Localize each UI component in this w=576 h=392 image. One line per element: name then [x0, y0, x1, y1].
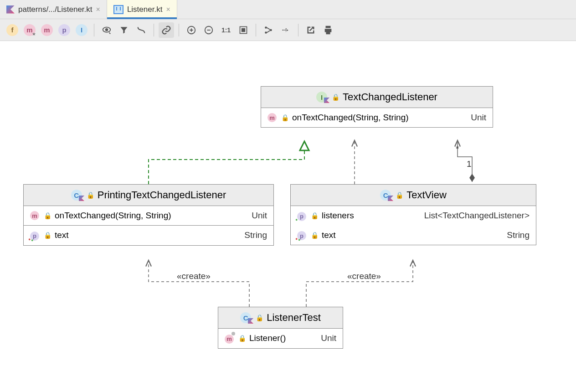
class-name: PrintingTextChangedListener: [98, 189, 226, 201]
property-icon: p: [297, 212, 306, 221]
method-icon: m: [225, 335, 234, 344]
stereotype-label: «create»: [177, 271, 211, 281]
member-row[interactable]: m 🔒 Listener() Unit: [218, 329, 343, 348]
lock-icon: 🔒: [44, 232, 50, 239]
member-row[interactable]: p● 🔒 listeners List<TextChangedListener>: [291, 206, 536, 226]
filter-fields-button[interactable]: f: [5, 22, 20, 38]
uml-class-listenertest[interactable]: C 🔒 ListenerTest m 🔒 Listener() Unit: [218, 307, 343, 349]
filter-inner-classes-button[interactable]: I: [74, 22, 89, 38]
uml-diagram-icon: [113, 5, 123, 14]
uml-class-textview[interactable]: C 🔒 TextView p● 🔒 listeners List<TextCha…: [290, 184, 536, 245]
lock-icon: 🔒: [87, 191, 93, 199]
member-row[interactable]: m 🔒 onTextChanged(String, String) Unit: [24, 206, 273, 225]
filter-constructors-button[interactable]: m★: [22, 22, 37, 38]
filter-button[interactable]: [116, 22, 132, 38]
member-row[interactable]: m 🔒 onTextChanged(String, String) Unit: [261, 108, 493, 127]
link-button[interactable]: [159, 22, 174, 38]
lock-icon: 🔒: [238, 335, 245, 342]
class-name: ListenerTest: [267, 312, 321, 324]
zoom-actual-button[interactable]: 1:1: [218, 22, 234, 38]
visibility-button[interactable]: [99, 22, 114, 38]
tab-label: patterns/.../Listener.kt: [18, 5, 93, 14]
method-icon: m: [267, 113, 277, 122]
multiplicity-label: 1: [467, 159, 472, 169]
stereotype-label: «create»: [347, 271, 381, 281]
uml-interface-textchangedlistener[interactable]: I 🔒 TextChangedListener m 🔒 onTextChange…: [261, 86, 493, 128]
close-icon[interactable]: ×: [166, 5, 170, 14]
class-header: C 🔒 TextView: [291, 185, 536, 206]
close-icon[interactable]: ×: [96, 5, 100, 14]
lock-icon: 🔒: [332, 93, 338, 101]
tab-diagram[interactable]: Listener.kt ×: [107, 0, 177, 19]
lock-icon: 🔒: [396, 191, 402, 199]
class-name: TextView: [406, 189, 447, 201]
lock-icon: 🔒: [256, 314, 262, 321]
print-button[interactable]: [320, 22, 336, 38]
lock-icon: 🔒: [281, 114, 288, 121]
tab-source-file[interactable]: patterns/.../Listener.kt ×: [0, 0, 107, 19]
layout-button[interactable]: [261, 22, 276, 38]
svg-point-7: [265, 31, 267, 34]
multiplicity-label: *: [456, 144, 459, 154]
edge-mode-button[interactable]: [134, 22, 149, 38]
class-name: TextChangedListener: [343, 91, 437, 103]
member-name: onTextChanged(String, String): [292, 113, 409, 123]
diagram-canvas[interactable]: * 1 «create» «create» I 🔒 TextChangedLis…: [0, 41, 576, 392]
member-name: listeners: [322, 211, 354, 221]
lock-icon: 🔒: [44, 212, 50, 219]
member-return: List<TextChangedListener>: [424, 211, 530, 221]
fit-content-button[interactable]: [236, 22, 251, 38]
tab-label: Listener.kt: [127, 5, 163, 14]
filter-properties-button[interactable]: p: [57, 22, 72, 38]
member-name: text: [55, 230, 69, 240]
lock-icon: 🔒: [311, 232, 317, 239]
svg-point-1: [106, 28, 108, 31]
zoom-out-button[interactable]: [201, 22, 216, 38]
lock-icon: 🔒: [311, 212, 317, 219]
member-return: Unit: [321, 333, 336, 343]
route-button[interactable]: [278, 22, 293, 38]
class-header: C 🔒 ListenerTest: [218, 307, 343, 329]
class-header: I 🔒 TextChangedListener: [261, 87, 493, 108]
svg-rect-5: [242, 28, 245, 31]
method-icon: m: [30, 211, 39, 220]
member-return: Unit: [252, 211, 267, 221]
filter-methods-button[interactable]: m: [39, 22, 55, 38]
member-row[interactable]: p●● 🔒 text String: [291, 226, 536, 245]
kotlin-file-icon: [6, 5, 15, 14]
member-return: Unit: [471, 113, 486, 123]
member-return: String: [244, 230, 267, 240]
zoom-in-button[interactable]: [184, 22, 199, 38]
member-row[interactable]: p●● 🔒 text String: [24, 226, 273, 245]
uml-class-printingtextchangedlistener[interactable]: C 🔒 PrintingTextChangedListener m 🔒 onTe…: [23, 184, 274, 246]
member-name: Listener(): [249, 333, 286, 343]
member-return: String: [507, 230, 530, 240]
member-name: text: [322, 230, 336, 240]
svg-point-6: [265, 26, 267, 29]
tab-bar: patterns/.../Listener.kt × Listener.kt ×: [0, 0, 576, 19]
diagram-toolbar: f m★ m p I 1:1: [0, 19, 576, 41]
class-header: C 🔒 PrintingTextChangedListener: [24, 185, 273, 206]
export-button[interactable]: [303, 22, 319, 38]
member-name: onTextChanged(String, String): [55, 211, 171, 221]
